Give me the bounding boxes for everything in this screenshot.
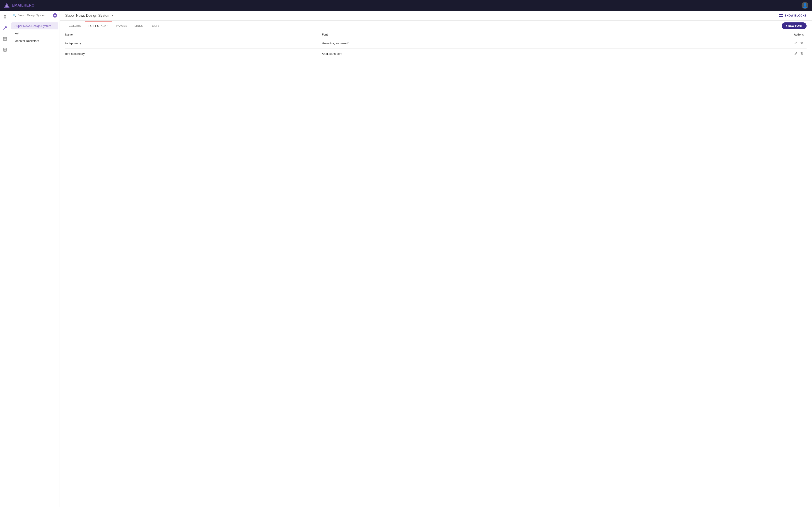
- table-row: font-primary Helvetica, sans-serif: [65, 38, 807, 49]
- tools-icon: [3, 26, 7, 30]
- content-title-text: Super News Design System: [65, 13, 110, 18]
- new-font-button[interactable]: + NEW FONT: [782, 22, 807, 29]
- sidebar-icon-clipboard[interactable]: [1, 13, 9, 21]
- tab-images[interactable]: IMAGES: [112, 21, 131, 31]
- sidebar-icon-table[interactable]: [1, 46, 9, 53]
- col-font: Font: [322, 31, 660, 38]
- sidebar-icon-tools[interactable]: [1, 24, 9, 32]
- font-stacks-table: Name Font Actions font-primary Helvetica…: [65, 31, 807, 59]
- app-logo[interactable]: EMAILHERO: [4, 2, 35, 9]
- svg-rect-12: [5, 37, 7, 39]
- content-title[interactable]: Super News Design System ▾: [65, 13, 113, 18]
- tab-font-stacks[interactable]: FONT STACKS: [85, 21, 112, 30]
- search-icon: 🔍: [13, 14, 16, 17]
- svg-line-10: [5, 27, 6, 28]
- row2-edit-button[interactable]: [794, 51, 798, 56]
- svg-rect-14: [5, 39, 7, 41]
- edit-icon: [794, 42, 798, 45]
- tab-texts[interactable]: TEXTS: [147, 21, 163, 31]
- logo-icon: [4, 2, 10, 9]
- add-design-system-button[interactable]: +: [53, 13, 57, 18]
- row2-actions: [660, 49, 807, 59]
- search-bar: 🔍 +: [10, 11, 60, 20]
- svg-rect-15: [3, 48, 7, 51]
- nav-item-monster-rockstars[interactable]: Monster Rockstars: [11, 37, 58, 44]
- row1-font: Helvetica, sans-serif: [322, 38, 660, 49]
- delete-icon: [800, 42, 803, 45]
- app-name: EMAILHERO: [12, 3, 35, 7]
- svg-rect-11: [3, 37, 5, 39]
- table-area: Name Font Actions font-primary Helvetica…: [60, 31, 812, 507]
- tab-links[interactable]: LINKS: [131, 21, 147, 31]
- grid-icon: [3, 37, 7, 41]
- topbar: EMAILHERO 👤: [0, 0, 812, 11]
- nav-item-super-news[interactable]: Super News Design System: [11, 22, 58, 30]
- sidebar-icon-grid[interactable]: [1, 35, 9, 43]
- clipboard-icon: [3, 15, 7, 19]
- row2-font: Arial, sans-serif: [322, 49, 660, 59]
- left-panel: 🔍 + Super News Design System test Monste…: [10, 11, 60, 507]
- user-avatar[interactable]: 👤: [802, 2, 808, 9]
- row2-name: font-secondary: [65, 49, 322, 59]
- main-content: Super News Design System ▾ SHOW BLOCKS C…: [60, 11, 812, 507]
- blocks-icon: [779, 14, 783, 17]
- show-blocks-button[interactable]: SHOW BLOCKS: [779, 14, 807, 17]
- icon-sidebar: [0, 11, 10, 507]
- content-header: Super News Design System ▾ SHOW BLOCKS: [60, 11, 812, 20]
- main-layout: 🔍 + Super News Design System test Monste…: [0, 11, 812, 507]
- search-input[interactable]: [18, 14, 52, 17]
- delete-icon: [800, 52, 803, 55]
- app-name-suffix: HERO: [23, 3, 35, 7]
- svg-rect-4: [4, 15, 6, 16]
- app-name-prefix: EMAIL: [12, 3, 23, 7]
- svg-rect-13: [3, 39, 5, 41]
- row1-delete-button[interactable]: [800, 41, 804, 46]
- row1-name: font-primary: [65, 38, 322, 49]
- col-actions: Actions: [660, 31, 807, 38]
- nav-list: Super News Design System test Monster Ro…: [10, 20, 60, 47]
- svg-rect-24: [801, 53, 803, 55]
- col-name: Name: [65, 31, 322, 38]
- tabs-bar: COLORS FONT STACKS IMAGES LINKS TEXTS + …: [60, 20, 812, 31]
- table-row: font-secondary Arial, sans-serif: [65, 49, 807, 59]
- title-dropdown-arrow: ▾: [112, 14, 113, 17]
- row1-edit-button[interactable]: [794, 41, 798, 46]
- row2-delete-button[interactable]: [800, 51, 804, 56]
- nav-item-test[interactable]: test: [11, 30, 58, 37]
- row1-actions: [660, 38, 807, 49]
- svg-rect-19: [801, 42, 803, 44]
- show-blocks-label: SHOW BLOCKS: [784, 14, 807, 17]
- svg-rect-3: [4, 16, 6, 19]
- table-icon: [3, 48, 7, 52]
- edit-icon: [794, 52, 798, 55]
- tab-colors[interactable]: COLORS: [65, 21, 85, 31]
